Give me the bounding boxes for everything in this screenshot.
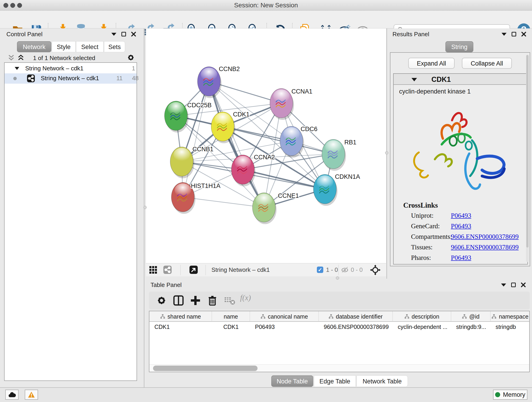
network-node-HIST1H1A[interactable]: HIST1H1A [171,182,220,214]
cloud-icon [8,392,16,398]
panel-menu-icon[interactable] [501,283,506,287]
memory-button[interactable]: Memory [493,390,527,400]
network-node-CDC6[interactable]: CDC6 [280,126,317,158]
warnings-button[interactable] [25,390,38,400]
column-type-icon [260,314,266,319]
table-cell[interactable]: stringdb [491,322,530,332]
table-cell[interactable]: cyclin-dependent ... [393,322,451,332]
network-node-CDK1[interactable]: CDK1 [211,111,249,143]
gene-symbol: CDK1 [431,75,451,84]
splitter-handle[interactable] [143,206,147,209]
network-node-CCNA1[interactable]: CCNA1 [270,88,312,120]
panel-menu-icon[interactable] [111,33,116,36]
expand-all-button[interactable]: Expand All [408,58,455,69]
title-bar: Session: New Session [0,0,532,11]
column-header-name[interactable]: name [212,311,250,322]
network-node-CCNB2[interactable]: CCNB2 [197,65,240,98]
gear-icon[interactable] [127,53,135,62]
tab-edge-table[interactable]: Edge Table [314,375,356,387]
tab-select[interactable]: Select [76,41,104,52]
separator [180,265,181,275]
network-node-CDKN1A[interactable]: CDKN1A [313,173,360,206]
control-panel: Control Panel Network Style Select Sets … [0,28,144,387]
separator [338,265,339,275]
selected-checkbox-icon[interactable]: ✓ [317,267,323,273]
panel-float-icon[interactable] [511,283,516,287]
column-header-canonical-name[interactable]: canonical name [250,311,319,322]
network-collection-row[interactable]: String Network – cdk1 1 [5,64,137,73]
window-zoom-button[interactable] [17,3,22,8]
app-store-button[interactable] [5,390,19,400]
memory-status-dot [495,392,500,397]
column-header-description[interactable]: description [393,311,451,322]
column-type-icon [160,314,165,319]
splitter-handle[interactable] [336,276,339,280]
tab-network-table[interactable]: Network Table [356,375,408,387]
table-cell[interactable]: P06493 [250,322,319,332]
network-row-selected[interactable]: String Network – cdk1 11 48 [5,73,137,84]
crosslink-link[interactable]: P06493 [451,254,471,262]
crosslink-link[interactable]: 9606.ENSP00000378699 [451,243,519,251]
results-panel: Results Panel String Expand All Collapse… [386,28,532,279]
table-cell[interactable]: CDK1 [212,322,250,332]
window-close-button[interactable] [3,3,8,8]
window-minimize-button[interactable] [10,3,15,8]
network-node-RB1[interactable]: RB1 [322,139,356,171]
panel-close-icon[interactable] [521,282,526,287]
column-header-database-identifier[interactable]: database identifier [319,311,393,322]
network-status-dot [13,77,17,80]
network-canvas[interactable]: CCNB2CCNA1CDC25BCDK1CDC6RB1CCNB1CCNA2CDK… [146,28,386,263]
tab-node-table[interactable]: Node Table [271,375,313,387]
gene-card-header[interactable]: CDK1 [394,74,527,85]
network-view-toolbar: String Network – cdk1 ✓ 1 - 0 0 - 0 [146,263,386,276]
network-node-CDC25B[interactable]: CDC25B [165,101,212,133]
panel-float-icon[interactable] [121,32,126,36]
table-cell[interactable]: CDK1 [149,322,212,332]
node-label: CDC25B [187,102,212,109]
network-graph[interactable]: CCNB2CCNA1CDC25BCDK1CDC6RB1CCNB1CCNA2CDK… [146,28,386,263]
string-view-icon[interactable] [163,266,172,274]
node-label: CCNB1 [192,146,214,153]
tab-network[interactable]: Network [17,41,51,52]
tab-style[interactable]: Style [52,41,76,52]
pan-crosshair-icon[interactable] [370,265,380,275]
crosslink-link[interactable]: P06493 [451,212,471,219]
node-label: CDK1 [233,111,249,118]
table-cell[interactable]: stringdb:9... [451,322,491,332]
column-header-shared-name[interactable]: shared name [149,311,212,322]
panel-float-icon[interactable] [512,32,516,36]
collapse-all-button[interactable]: Collapse All [462,58,512,69]
panel-menu-icon[interactable] [501,33,507,36]
detach-view-icon[interactable] [190,266,198,274]
tab-string[interactable]: String [445,41,473,52]
node-table[interactable]: shared namenamecanonical namedatabase id… [149,311,530,372]
select-columns-icon[interactable] [173,295,184,306]
panel-close-icon[interactable] [521,32,526,37]
crosslink-link[interactable]: 9606.ENSP00000378699 [451,233,519,240]
hidden-eye-icon [341,266,349,274]
function-builder-icon: f(x) [240,293,251,302]
table-panel: Table Panel f(x) [146,279,532,387]
tab-sets[interactable]: Sets [104,41,125,52]
panel-close-icon[interactable] [131,32,136,37]
splitter-handle[interactable] [385,151,388,154]
table-hscrollbar[interactable] [149,364,529,372]
network-node-CCNB1[interactable]: CCNB1 [170,146,214,178]
table-cell[interactable]: 9606.ENSP00000378699 [319,322,393,332]
gene-card-expander-icon[interactable] [412,78,417,81]
column-header-namespace[interactable]: namespace [491,311,530,322]
hidden-counts: 0 - 0 [351,266,363,274]
table-settings-gear-icon[interactable] [156,295,167,306]
add-column-icon[interactable] [190,295,201,306]
crosslink-link[interactable]: P06493 [451,222,471,230]
table-hscrollbar-thumb[interactable] [153,366,258,371]
grid-view-icon[interactable] [149,266,157,274]
column-type-icon [491,314,496,319]
delete-column-icon[interactable] [207,295,218,306]
collection-expander-icon[interactable] [15,67,19,70]
crosslink-label: Tissues: [411,243,433,251]
results-scrollbar[interactable] [526,55,529,262]
network-node-CCNE1[interactable]: CCNE1 [253,192,299,224]
protein-structure-image [405,99,515,197]
column-header--id[interactable]: @id [451,311,491,322]
